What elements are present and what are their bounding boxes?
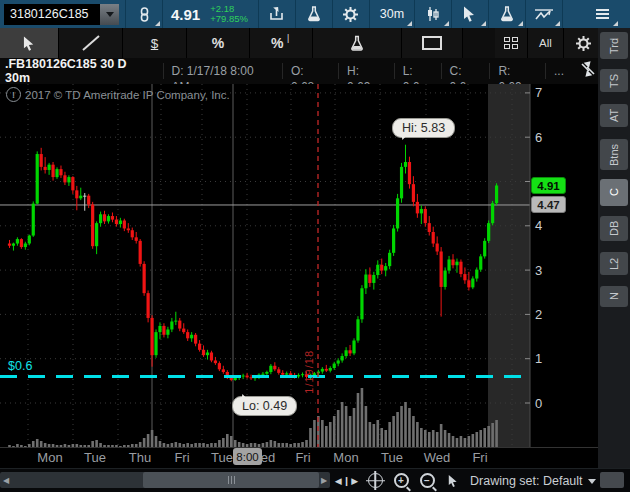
sidebar-tab-at[interactable]: AT [600,104,628,127]
time-cursor-bubble: 8:00 [233,448,262,465]
price-tick-label: 3 [535,263,542,278]
sidebar-tab-ts[interactable]: TS [600,69,628,92]
toolbar-spacer [463,28,495,58]
patterns-icon[interactable] [526,0,562,28]
symbol-dropdown-button[interactable] [100,4,119,25]
scroll-right-arrow[interactable]: ▶ [319,472,329,488]
zoom-out-icon[interactable]: − [416,472,438,489]
divider [562,0,563,28]
flask-icon[interactable] [296,0,332,28]
chart-header: .FB180126C185 30 D 30m D: 1/17/18 8:00 A… [0,58,598,85]
ohlc-range: R: 0.09 [489,63,545,79]
low-callout: Lo: 0.49 [232,396,297,416]
pan-icon[interactable]: ◀❙▶ [336,472,358,489]
price-change: +2.18 +79.85% [208,4,258,24]
prev-close-axis-bubble: 4.47 [531,196,566,213]
sidebar-tab-charts[interactable]: C [600,179,628,206]
day-axis-label: Tue [381,450,403,465]
day-axis-label: Tue [84,450,106,465]
zoom-in-icon[interactable]: + [390,472,412,489]
price-tick-label: 7 [535,85,542,100]
flask-draw-tool[interactable] [313,28,402,58]
time-axis: 8:00 MonTueThuFriTueWedFriMonTueWedFri [0,448,598,468]
copyright-note: ! 2017 © TD Ameritrade IP Company, Inc. [6,87,230,102]
gadget-sidebar: Trd TS AT Btns C DB L2 N [598,28,630,468]
link-icon[interactable] [126,0,162,28]
cursor-select-tool[interactable] [0,28,59,58]
drawing-toolbar: $ % %❘ All [0,28,598,58]
price-tick-label: 2 [535,307,542,322]
price-tick-label: 0 [535,396,542,411]
ohlc-high: H: 0.69 [338,63,394,79]
price-tick-label: 6 [535,130,542,145]
trendline-tool[interactable] [59,28,123,58]
day-axis-label: Fri [472,450,487,465]
pointer-mode-icon[interactable] [442,472,464,489]
price-tick-label: 1 [535,351,542,366]
ohlc-open: O: 0.68 [282,63,338,79]
ohlc-low: L: 0.6 [394,63,441,79]
chart-status-bar: ◀ ▶ ◀❙▶ + − Drawing set: Default [0,468,630,492]
last-price: 4.91 [163,0,208,28]
ohlc-date: D: 1/17/18 8:00 AM [163,63,282,79]
sidebar-tab-btns[interactable]: Btns [600,139,628,170]
date-line-label: 1/19/18 [303,350,315,394]
sidebar-tab-db[interactable]: DB [600,216,628,241]
rectangle-tool[interactable] [402,28,463,58]
ohlc-close: C: 0.6 [441,63,490,79]
crosshair-icon[interactable] [364,472,386,489]
day-axis-label: Fri [295,450,310,465]
change-percent: +79.85% [210,14,248,24]
high-callout: Hi: 5.83 [392,118,455,138]
grid-layout-button[interactable] [495,28,528,58]
last-price-axis-bubble: 4.91 [531,177,566,194]
gear-icon[interactable] [333,0,369,28]
price-level-label: $0.6 [8,359,32,373]
menu-icon[interactable] [584,0,620,28]
price-level-tool[interactable]: $ [123,28,187,58]
thinkorswim-chart-window: 3180126C185 4.91 +2.18 +79.85% 30m [0,0,630,492]
symbol-input[interactable]: 3180126C185 [4,4,100,25]
chart-canvas[interactable]: 01234567 ! 2017 © TD Ameritrade IP Compa… [0,84,598,448]
top-toolbar: 3180126C185 4.91 +2.18 +79.85% 30m [0,0,630,28]
drawing-set-selector[interactable]: Drawing set: Default [470,474,596,488]
day-axis-label: Wed [424,450,451,465]
scrollbar-thumb[interactable] [143,472,319,488]
share-icon[interactable] [259,0,295,28]
cursor-tool-icon[interactable] [452,0,488,28]
day-axis-label: Mon [333,450,358,465]
price-tick-label: 4 [535,218,542,233]
studies-flask-icon[interactable] [489,0,525,28]
day-axis-label: Fri [174,450,189,465]
scrollbar-corner [600,472,624,488]
sidebar-tab-trd[interactable]: Trd [600,32,628,59]
day-axis-label: Tue [211,450,233,465]
all-button[interactable]: All [528,28,564,58]
candlestick-plot: 01234567 [0,84,598,448]
info-icon: ! [6,87,21,102]
interval-dropdown[interactable]: 30m [370,0,414,28]
sidebar-tab-l2[interactable]: L2 [600,252,628,275]
chart-symbol-label: .FB180126C185 30 D 30m [0,57,163,85]
swap-arrows-icon[interactable] [578,61,598,81]
day-axis-label: Mon [37,450,62,465]
ohlc-more[interactable]: ... [545,63,572,79]
sidebar-tab-n[interactable]: N [600,286,628,307]
percent-line-tool[interactable]: %❘ [250,28,313,58]
percent-line-mark: ❘ [284,33,292,43]
chart-type-icon[interactable] [415,0,451,28]
day-axis-label: Thu [129,450,151,465]
scroll-left-arrow[interactable]: ◀ [1,472,11,488]
percent-tool[interactable]: % [187,28,250,58]
